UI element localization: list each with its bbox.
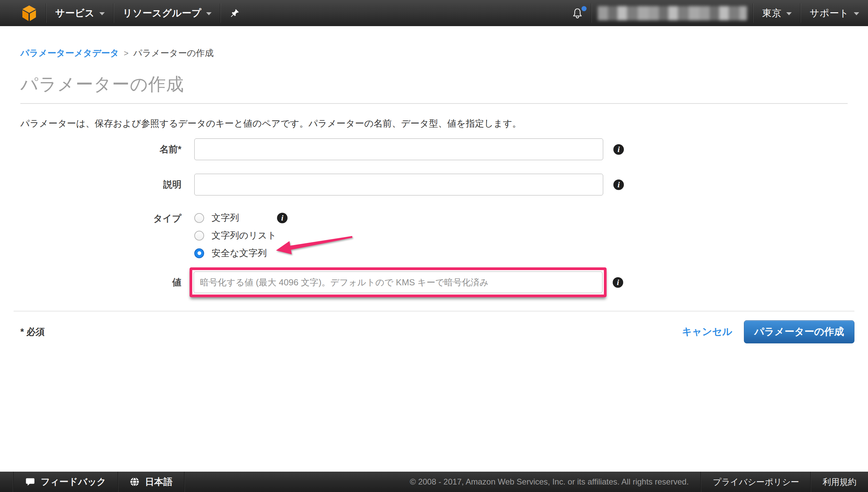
actions-right: キャンセル パラメーターの作成: [682, 320, 848, 343]
breadcrumb-parameter-metadata-link[interactable]: パラメーターメタデータ: [20, 47, 119, 59]
name-input[interactable]: [194, 138, 603, 160]
type-option-string-list-label: 文字列のリスト: [212, 229, 277, 242]
type-label: タイプ: [20, 212, 194, 225]
breadcrumb: パラメーターメタデータ > パラメーターの作成: [20, 47, 848, 59]
actions-divider: [14, 311, 854, 311]
type-option-string-label: 文字列: [212, 212, 239, 224]
privacy-policy-link[interactable]: プライバシーポリシー: [713, 476, 799, 488]
terms-of-use-cell[interactable]: 利用規約: [811, 472, 868, 492]
type-option-string[interactable]: 文字列 i: [194, 212, 288, 224]
feedback-button[interactable]: フィードバック: [14, 472, 118, 492]
language-label: 日本語: [145, 476, 173, 488]
nav-services-menu[interactable]: サービス: [46, 0, 114, 26]
type-option-string-list[interactable]: 文字列のリスト: [194, 229, 288, 242]
privacy-policy-cell[interactable]: プライバシーポリシー: [701, 472, 811, 492]
type-option-secure-string-label: 安全な文字列: [212, 247, 267, 259]
notification-dot: [581, 6, 587, 11]
nav-divider: [591, 3, 592, 23]
create-parameter-form: 名前* i 説明 i タイプ 文字列 i 文字列のリスト: [20, 138, 848, 297]
page-description: パラメーターは、保存および参照するデータのキーと値のペアです。パラメーターの名前…: [20, 117, 848, 130]
breadcrumb-separator: >: [124, 49, 129, 58]
description-info-icon[interactable]: i: [613, 179, 624, 190]
chevron-down-icon: [206, 12, 212, 15]
top-navbar: サービス リソースグループ 東京 サポート: [0, 0, 868, 26]
footer-left-pad: [0, 472, 14, 492]
type-option-secure-string[interactable]: 安全な文字列: [194, 247, 288, 259]
value-row: 値 i: [20, 267, 848, 297]
description-input[interactable]: [194, 174, 603, 195]
footer: フィードバック 日本語 © 2008 - 2017, Amazon Web Se…: [0, 472, 868, 492]
type-options: 文字列 i 文字列のリスト 安全な文字列: [194, 212, 288, 259]
value-info-icon[interactable]: i: [613, 277, 623, 288]
nav-spacer: [249, 0, 564, 26]
nav-region-label: 東京: [762, 7, 782, 20]
nav-resource-groups-menu[interactable]: リソースグループ: [114, 0, 220, 26]
nav-support-menu[interactable]: サポート: [801, 0, 868, 26]
notifications-button[interactable]: [564, 0, 591, 26]
nav-region-menu[interactable]: 東京: [753, 0, 801, 26]
radio-selected-icon[interactable]: [194, 248, 204, 258]
value-label: 値: [20, 276, 194, 288]
name-info-icon[interactable]: i: [613, 144, 624, 155]
page-title: パラメーターの作成: [20, 73, 848, 96]
aws-logo[interactable]: [0, 0, 46, 26]
aws-cube-icon: [22, 5, 37, 22]
chevron-down-icon: [99, 12, 105, 15]
chevron-down-icon: [854, 12, 859, 15]
breadcrumb-current: パラメーターの作成: [133, 47, 214, 59]
radio-unselected-icon[interactable]: [194, 213, 204, 223]
language-button[interactable]: 日本語: [118, 472, 184, 492]
value-input[interactable]: [194, 271, 603, 293]
type-row: タイプ 文字列 i 文字列のリスト 安全な文字列: [20, 212, 848, 259]
nav-support-label: サポート: [810, 7, 849, 20]
footer-spacer: [184, 472, 410, 492]
required-note: * 必須: [20, 326, 45, 338]
main-content: パラメーターメタデータ > パラメーターの作成 パラメーターの作成 パラメーター…: [0, 47, 868, 343]
copyright-text: © 2008 - 2017, Amazon Web Services, Inc.…: [410, 472, 701, 492]
cancel-button[interactable]: キャンセル: [682, 325, 732, 339]
pin-icon: [230, 8, 240, 18]
chevron-down-icon: [786, 12, 792, 15]
terms-of-use-link[interactable]: 利用規約: [823, 476, 856, 488]
account-name-redacted[interactable]: [598, 6, 747, 20]
name-label: 名前*: [20, 143, 194, 155]
nav-services-label: サービス: [55, 7, 95, 20]
title-divider: [20, 103, 848, 104]
feedback-label: フィードバック: [41, 476, 106, 488]
nav-resource-groups-label: リソースグループ: [123, 7, 201, 20]
create-parameter-button[interactable]: パラメーターの作成: [744, 320, 854, 343]
description-label: 説明: [20, 178, 194, 191]
radio-unselected-icon[interactable]: [194, 231, 204, 241]
name-row: 名前* i: [20, 138, 848, 160]
annotation-highlight-box: [190, 267, 607, 297]
speech-bubble-icon: [25, 477, 35, 487]
description-row: 説明 i: [20, 174, 848, 195]
nav-pinned-shortcut[interactable]: [221, 0, 249, 26]
type-info-icon[interactable]: i: [277, 213, 288, 223]
globe-icon: [130, 477, 140, 487]
actions-row: * 必須 キャンセル パラメーターの作成: [20, 320, 848, 343]
